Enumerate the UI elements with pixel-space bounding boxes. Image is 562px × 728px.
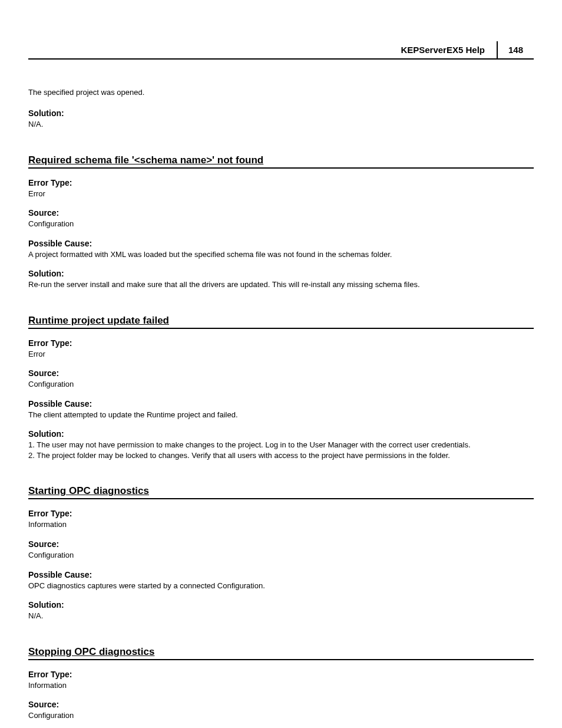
source-label: Source: xyxy=(28,368,534,378)
section-heading: Starting OPC diagnostics xyxy=(28,485,534,499)
header-title: KEPServerEX5 Help xyxy=(401,41,497,58)
possible-cause-label: Possible Cause: xyxy=(28,399,534,409)
source-value: Configuration xyxy=(28,219,534,229)
source-label: Source: xyxy=(28,539,534,549)
section-heading: Stopping OPC diagnostics xyxy=(28,646,534,660)
possible-cause-value: A project formatted with XML was loaded … xyxy=(28,249,534,260)
possible-cause-label: Possible Cause: xyxy=(28,239,534,248)
source-label: Source: xyxy=(28,700,534,709)
source-value: Configuration xyxy=(28,379,534,390)
source-value: Configuration xyxy=(28,550,534,561)
error-type-value: Error xyxy=(28,189,534,199)
error-type-label: Error Type: xyxy=(28,338,534,348)
possible-cause-value: The client attempted to update the Runti… xyxy=(28,410,534,420)
section-heading: Runtime project update failed xyxy=(28,315,534,329)
error-type-value: Information xyxy=(28,519,534,530)
solution-label: Solution: xyxy=(28,429,534,439)
solution-value: 1. The user may not have permission to m… xyxy=(28,440,534,460)
error-type-label: Error Type: xyxy=(28,670,534,679)
header-bar: KEPServerEX5 Help 148 xyxy=(28,41,534,60)
page: KEPServerEX5 Help 148 The specified proj… xyxy=(0,0,562,728)
possible-cause-label: Possible Cause: xyxy=(28,570,534,579)
page-number: 148 xyxy=(497,41,534,58)
solution-label: Solution: xyxy=(28,600,534,610)
solution-value: Re-run the server install and make sure … xyxy=(28,279,534,290)
intro-solution-label: Solution: xyxy=(28,108,534,118)
section-heading: Required schema file '<schema name>' not… xyxy=(28,154,534,169)
error-type-label: Error Type: xyxy=(28,178,534,187)
error-type-value: Error xyxy=(28,349,534,360)
error-type-label: Error Type: xyxy=(28,509,534,518)
solution-label: Solution: xyxy=(28,269,534,278)
error-type-value: Information xyxy=(28,680,534,691)
source-label: Source: xyxy=(28,208,534,218)
intro-text: The specified project was opened. xyxy=(28,88,534,97)
source-value: Configuration xyxy=(28,710,534,721)
solution-value: N/A. xyxy=(28,611,534,621)
possible-cause-value: OPC diagnostics captures were started by… xyxy=(28,581,534,591)
intro-solution-value: N/A. xyxy=(28,119,534,130)
content: The specified project was opened. Soluti… xyxy=(28,88,534,721)
